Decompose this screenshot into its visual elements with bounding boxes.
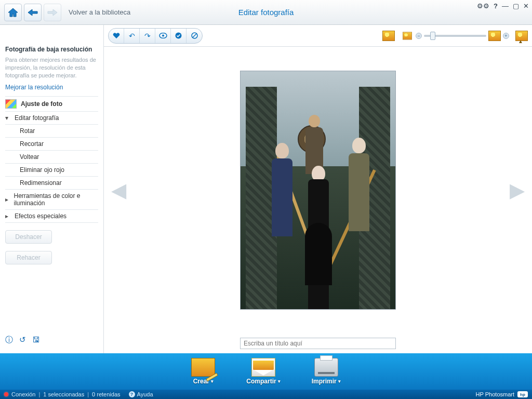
redo-button: Rehacer (5, 251, 52, 264)
chevron-right-icon: ▸ (5, 196, 9, 203)
apply-button[interactable] (171, 29, 187, 43)
zoom-control[interactable]: − + (401, 31, 509, 41)
svg-line-4 (193, 34, 196, 37)
slideshow-icon[interactable]: ▲ (515, 31, 528, 41)
connection-dot-icon (4, 392, 8, 396)
dock-share-label: Compartir (246, 378, 280, 385)
info-icon[interactable]: ⓘ (5, 335, 13, 345)
zoom-slider-knob[interactable] (430, 32, 435, 40)
redeye-button[interactable] (155, 29, 171, 43)
help-link[interactable]: Ayuda (137, 391, 153, 397)
edit-pill-toolbar: ↶ ↷ (108, 28, 203, 44)
window-close-icon[interactable]: ✕ (523, 2, 529, 10)
palette-icon (5, 99, 17, 109)
group-edit-label: Editar fotografía (15, 114, 59, 122)
photo-adjust-row[interactable]: Ajuste de foto (5, 96, 98, 112)
improve-resolution-link[interactable]: Mejorar la resolución (5, 84, 98, 91)
window-minimize-icon[interactable]: — (502, 2, 509, 10)
dock-print[interactable]: Imprimir (312, 358, 341, 385)
group-edit[interactable]: ▾ Editar fotografía (5, 112, 98, 125)
low-res-hint: Para obtener mejores resultados de impre… (5, 56, 98, 79)
brand-label: HP Photosmart (476, 391, 514, 397)
edit-rotate-label: Rotar (20, 127, 35, 135)
zoom-out-thumb-icon (403, 32, 412, 39)
save-as-icon[interactable]: 🖫 (32, 335, 40, 345)
zoom-out-icon[interactable]: − (416, 33, 422, 39)
fit-to-window-icon[interactable] (382, 31, 395, 41)
favorite-button[interactable] (109, 29, 124, 43)
next-photo-button[interactable]: ▶ (510, 179, 525, 202)
retained-count[interactable]: 0 retenidas (92, 391, 120, 397)
nav-back-button[interactable] (24, 4, 42, 21)
bottom-dock: Crear Compartir Imprimir (0, 353, 532, 390)
rotate-left-button[interactable]: ↶ (124, 29, 140, 43)
sidebar: Fotografía de baja resolución Para obten… (0, 25, 104, 353)
dock-create[interactable]: Crear (191, 358, 215, 385)
cancel-button[interactable] (187, 29, 202, 43)
dock-print-label: Imprimir (312, 378, 341, 385)
edit-rotate[interactable]: Rotar (5, 125, 98, 138)
zoom-in-icon[interactable]: + (503, 33, 509, 39)
svg-point-1 (162, 35, 164, 37)
edit-resize[interactable]: Redimensionar (5, 177, 98, 190)
caption-input[interactable] (240, 338, 396, 349)
chevron-down-icon: ▾ (5, 114, 10, 122)
photo-adjust-label: Ajuste de foto (21, 100, 62, 108)
edit-redeye[interactable]: Eliminar ojo rojo (5, 164, 98, 177)
group-color-label: Herramientas de color e iluminación (14, 192, 98, 207)
hp-logo-icon: hp (517, 391, 528, 397)
zoom-in-thumb-icon (488, 31, 501, 41)
top-bar: Volver a la biblioteca Editar fotografía… (0, 0, 532, 25)
rotate-right-button[interactable]: ↷ (140, 29, 155, 43)
settings-gears-icon[interactable]: ⚙⚙ (477, 2, 489, 10)
group-effects-label: Efectos especiales (15, 212, 66, 220)
sidebar-heading: Fotografía de baja resolución (5, 46, 98, 53)
help-icon[interactable]: ? (494, 2, 498, 10)
chevron-right-icon: ▸ (5, 212, 10, 220)
group-effects[interactable]: ▸ Efectos especiales (5, 210, 98, 223)
print-icon (314, 358, 338, 377)
photo-preview (240, 71, 396, 310)
edit-resize-label: Redimensionar (20, 179, 62, 187)
prev-photo-button[interactable]: ◀ (111, 179, 126, 202)
edit-flip[interactable]: Voltear (5, 151, 98, 164)
window-restore-icon[interactable]: ▢ (513, 2, 519, 10)
edit-crop[interactable]: Recortar (5, 138, 98, 151)
zoom-slider[interactable] (424, 35, 486, 37)
edit-toolbar: ↶ ↷ − + ▲ (104, 25, 532, 47)
dock-share[interactable]: Compartir (246, 358, 280, 385)
nav-forward-button (44, 4, 61, 21)
share-icon (251, 358, 275, 377)
edit-flip-label: Voltear (20, 153, 39, 161)
edit-redeye-label: Eliminar ojo rojo (20, 166, 64, 174)
create-icon (191, 358, 215, 377)
revert-icon[interactable]: ↺ (19, 335, 26, 345)
back-to-library-link[interactable]: Volver a la biblioteca (69, 8, 130, 16)
group-color[interactable]: ▸ Herramientas de color e iluminación (5, 190, 98, 210)
undo-button: Deshacer (5, 230, 52, 244)
status-bar: Conexión | 1 seleccionadas | 0 retenidas… (0, 390, 532, 399)
home-button[interactable] (4, 4, 22, 21)
viewer: ↶ ↷ − + ▲ ◀ (104, 25, 532, 353)
selected-count[interactable]: 1 seleccionadas (43, 391, 84, 397)
help-status-icon[interactable]: ? (129, 391, 135, 397)
edit-crop-label: Recortar (20, 140, 44, 148)
photo-canvas: ◀ ▶ (104, 47, 532, 334)
connection-link[interactable]: Conexión (11, 391, 35, 397)
